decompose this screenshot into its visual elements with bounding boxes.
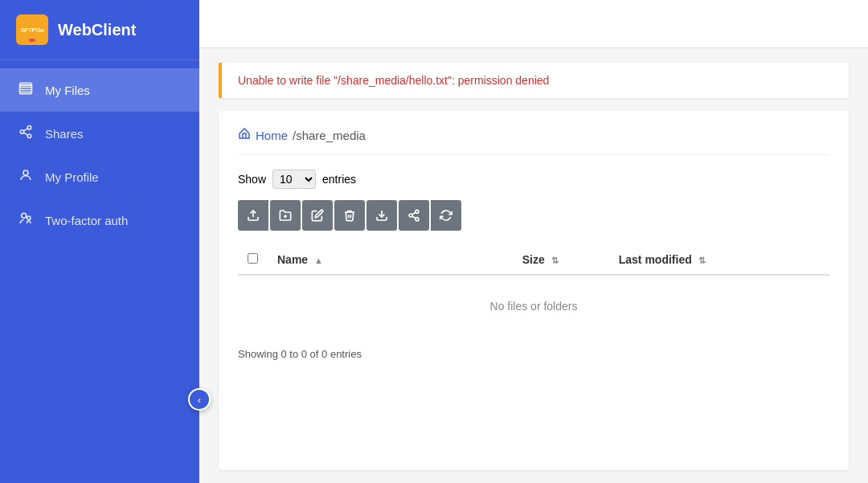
sidebar-item-label: Two-factor auth <box>45 214 128 227</box>
entries-select[interactable]: 10 25 50 100 <box>272 170 316 189</box>
my-files-icon <box>18 81 34 99</box>
empty-message: No files or folders <box>490 300 578 313</box>
svg-point-6 <box>23 170 28 175</box>
sidebar-item-two-factor[interactable]: Two-factor auth <box>0 199 199 242</box>
sidebar-nav: My Files Shares M <box>0 60 199 242</box>
sidebar-item-my-profile[interactable]: My Profile <box>0 155 199 199</box>
entries-suffix: entries <box>322 173 356 186</box>
file-toolbar <box>238 200 829 231</box>
shares-icon <box>18 125 34 142</box>
sidebar-item-label: My Profile <box>45 170 99 184</box>
sidebar-collapse-button[interactable]: ‹ <box>188 388 211 411</box>
svg-point-3 <box>27 134 31 138</box>
sidebar-item-label: My Files <box>45 84 90 97</box>
profile-icon <box>18 168 34 186</box>
entries-count: Showing 0 to 0 of 0 entries <box>238 348 829 360</box>
empty-state-row: No files or folders <box>238 275 829 337</box>
error-message: Unable to write file "/share_media/hello… <box>238 74 549 87</box>
error-alert: Unable to write file "/share_media/hello… <box>219 63 849 98</box>
svg-line-16 <box>412 216 416 219</box>
show-label: Show <box>238 173 266 186</box>
size-sort-icon: ⇅ <box>551 256 559 265</box>
sidebar: SFTPGo WebClient My Files <box>0 0 199 483</box>
svg-line-5 <box>23 129 27 131</box>
two-factor-icon <box>18 211 34 229</box>
sidebar-header: SFTPGo WebClient <box>0 0 199 60</box>
svg-line-4 <box>23 133 27 135</box>
svg-point-13 <box>416 210 419 213</box>
content-area: Home /share_media Show 10 25 50 100 entr… <box>219 111 849 470</box>
sidebar-item-my-files[interactable]: My Files <box>0 68 199 112</box>
sidebar-item-label: Shares <box>45 127 84 141</box>
col-header-size[interactable]: Size ⇅ <box>513 245 609 275</box>
col-header-check <box>238 245 268 275</box>
entries-row: Show 10 25 50 100 entries <box>238 170 829 189</box>
name-sort-icon: ▲ <box>314 256 323 265</box>
app-logo: SFTPGo <box>16 14 48 45</box>
sidebar-item-shares[interactable]: Shares <box>0 112 199 155</box>
breadcrumb: Home /share_media <box>238 127 829 155</box>
main-content: Unable to write file "/share_media/hello… <box>199 0 868 483</box>
svg-line-17 <box>412 212 416 215</box>
svg-point-14 <box>409 214 412 217</box>
create-folder-button[interactable] <box>270 200 301 231</box>
top-bar <box>199 0 868 48</box>
breadcrumb-home-link[interactable]: Home <box>256 129 288 142</box>
upload-file-button[interactable] <box>238 200 268 231</box>
svg-point-15 <box>416 218 419 221</box>
download-button[interactable] <box>366 200 397 231</box>
svg-point-7 <box>22 213 27 218</box>
delete-button[interactable] <box>334 200 365 231</box>
rename-button[interactable] <box>302 200 333 231</box>
svg-point-8 <box>27 216 31 220</box>
refresh-button[interactable] <box>431 200 461 231</box>
modified-sort-icon: ⇅ <box>698 256 706 265</box>
svg-point-2 <box>20 130 24 134</box>
logo-text: SFTPGo <box>21 27 44 34</box>
collapse-icon: ‹ <box>198 394 201 406</box>
share-button[interactable] <box>399 200 429 231</box>
select-all-checkbox[interactable] <box>248 253 258 264</box>
col-header-modified[interactable]: Last modified ⇅ <box>609 245 829 275</box>
svg-point-1 <box>27 126 31 130</box>
file-table: Name ▲ Size ⇅ Last modified ⇅ <box>238 245 829 337</box>
home-icon <box>238 127 251 143</box>
breadcrumb-path: /share_media <box>293 129 366 142</box>
app-title: WebClient <box>58 21 136 39</box>
col-header-name[interactable]: Name ▲ <box>268 245 513 275</box>
